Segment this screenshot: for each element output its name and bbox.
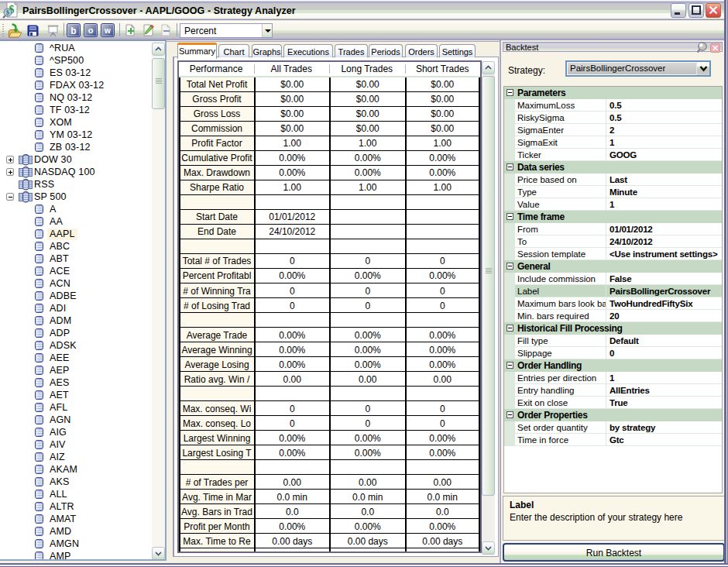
svg-text:$: $ (6, 9, 9, 16)
svg-text:w: w (104, 26, 111, 35)
svg-text:o: o (88, 26, 94, 35)
svg-text:b: b (70, 26, 76, 36)
